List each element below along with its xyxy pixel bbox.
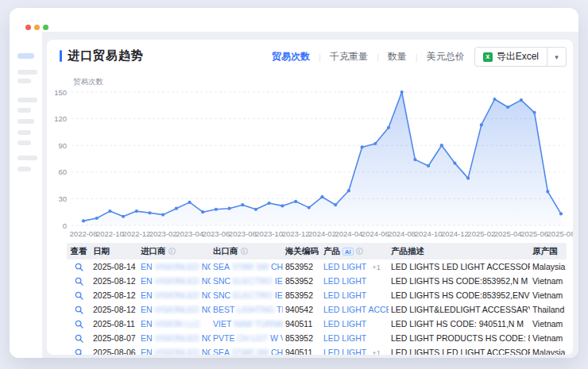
svg-text:2024-02: 2024-02: [308, 229, 336, 238]
date-cell: 2025-08-12: [91, 305, 138, 314]
svg-text:30: 30: [58, 194, 67, 203]
exporter-link[interactable]: SNC ELECTROIET...: [211, 276, 283, 286]
origin-country-cell: Thailand: [530, 305, 567, 314]
date-cell: 2025-08-11: [91, 319, 138, 329]
svg-text:2025-02: 2025-02: [467, 229, 495, 238]
column-header: 产品AIi: [321, 246, 389, 257]
sidebar-item-placeholder[interactable]: [17, 140, 31, 145]
info-icon[interactable]: i: [168, 248, 176, 255]
sidebar-item-placeholder[interactable]: [17, 119, 34, 124]
svg-text:2022-10: 2022-10: [96, 229, 124, 238]
date-cell: 2025-08-14: [91, 262, 138, 271]
view-record-button[interactable]: [67, 348, 91, 356]
table-row[interactable]: 2025-08-14ENVISIONLEDNG L...SEA STAR SMC…: [67, 259, 567, 274]
view-record-button[interactable]: [67, 334, 91, 343]
importer-link[interactable]: ENVISION LLC: [138, 319, 211, 329]
exporter-link[interactable]: SNC ELECTROIET...: [211, 290, 283, 300]
exporter-link[interactable]: VIET NAM TURNKE: [211, 319, 283, 329]
magnifier-icon[interactable]: [75, 348, 83, 356]
table-header-row: 查看日期进口商i出口商i海关编码产品AIi产品描述原产国: [67, 243, 567, 259]
origin-country-cell: Vietnam: [530, 319, 567, 329]
trend-area-chart[interactable]: 03060901201502022-082022-102022-122023-0…: [47, 86, 573, 243]
table-row[interactable]: 2025-08-12ENVISIONLEDNG L...BESTLIGHTNG …: [67, 302, 567, 317]
main-content: 进口贸易趋势 贸易次数|千克重量|数量|美元总价 导出Excel ▾: [42, 32, 578, 358]
description-cell: LED LIGHT HS CODE: 940511,N M: [389, 319, 530, 329]
sidebar-item-placeholder[interactable]: [17, 108, 31, 113]
magnifier-icon[interactable]: [75, 277, 83, 286]
sidebar-item-placeholder[interactable]: [17, 156, 37, 160]
info-icon[interactable]: i: [356, 248, 363, 255]
window-titlebar: [10, 8, 578, 32]
product-link[interactable]: LED LIGHT: [321, 276, 389, 286]
exporter-link[interactable]: BESTLIGHTNG THA...: [211, 305, 283, 314]
maximize-window-icon[interactable]: [43, 25, 48, 30]
table-row[interactable]: 2025-08-06ENVISIONLEDNG L...SEA STAR SMC…: [67, 345, 567, 355]
date-cell: 2025-08-07: [91, 333, 138, 343]
importer-link[interactable]: ENVISIONLEDNG L...: [138, 290, 211, 300]
description-cell: LED LIGHT PRODUCTS HS CODE: 853952,NUWAT…: [389, 333, 530, 343]
sidebar-item-placeholder[interactable]: [17, 98, 37, 102]
description-cell: LED LIGHTS LED LIGHT ACCESSORIES,ENVISIO…: [389, 262, 530, 271]
column-header: 海关编码: [283, 246, 321, 257]
sidebar: [10, 32, 42, 358]
svg-text:90: 90: [58, 141, 67, 150]
product-link[interactable]: LED LIGHT: [321, 290, 389, 300]
product-link[interactable]: LED LIGHT+1: [321, 348, 389, 355]
sidebar-item-placeholder[interactable]: [17, 167, 31, 171]
view-record-button[interactable]: [67, 306, 91, 314]
table-row[interactable]: 2025-08-07ENVISIONLEDNG L...PVTECH LGT W…: [67, 331, 567, 345]
table-row[interactable]: 2025-08-12ENVISIONLEDNG L...SNC ELECTROI…: [67, 274, 567, 288]
sidebar-item-active[interactable]: [17, 53, 34, 59]
info-icon[interactable]: i: [241, 248, 248, 255]
origin-country-cell: Malaysia: [530, 262, 567, 271]
svg-text:2023-06: 2023-06: [202, 229, 230, 238]
product-link[interactable]: LED LIGHT+1: [321, 262, 389, 271]
sidebar-item-placeholder[interactable]: [17, 130, 31, 135]
sidebar-item-placeholder[interactable]: [17, 79, 31, 83]
tab-1[interactable]: 贸易次数: [270, 50, 311, 63]
exporter-link[interactable]: PVTECH LGT W VI...: [211, 333, 283, 343]
magnifier-icon[interactable]: [75, 320, 83, 329]
importer-link[interactable]: ENVISIONLEDNG L...: [138, 333, 211, 343]
tab-3[interactable]: 数量: [386, 50, 408, 63]
export-excel-label: 导出Excel: [497, 50, 539, 63]
exporter-link[interactable]: SEA STAR SMCH ...: [211, 348, 283, 355]
magnifier-icon[interactable]: [75, 291, 83, 300]
magnifier-icon[interactable]: [75, 306, 83, 314]
minimize-window-icon[interactable]: [34, 25, 40, 30]
description-cell: LED LIGHTS LED LIGHT ACCESSORIES THIS SH…: [389, 348, 530, 355]
svg-text:2023-10: 2023-10: [255, 229, 283, 238]
tab-2[interactable]: 千克重量: [328, 50, 369, 63]
hs-code-cell: 940511: [283, 319, 321, 329]
view-record-button[interactable]: [67, 291, 91, 300]
view-record-button[interactable]: [67, 320, 91, 329]
importer-link[interactable]: ENVISIONLEDNG L...: [138, 305, 211, 314]
description-cell: LED LIGHTS HS CODE:853952,ENVISIONLED: [389, 290, 530, 300]
sidebar-item-placeholder[interactable]: [17, 70, 37, 75]
magnifier-icon[interactable]: [75, 334, 83, 343]
title-accent-bar: [60, 50, 62, 62]
table-row[interactable]: 2025-08-11ENVISION LLCVIET NAM TURNKE940…: [67, 317, 567, 331]
product-link[interactable]: LED LIGHT: [321, 333, 389, 343]
hs-code-cell: 940511: [283, 348, 321, 355]
view-record-button[interactable]: [67, 277, 91, 286]
extra-count: +1: [372, 263, 381, 271]
view-record-button[interactable]: [67, 263, 91, 271]
extra-count: +1: [372, 348, 381, 356]
svg-text:2023-12: 2023-12: [282, 229, 310, 238]
product-link[interactable]: LED LIGHT ACCESSORY: [321, 305, 389, 314]
close-window-icon[interactable]: [25, 25, 31, 30]
importer-link[interactable]: ENVISIONLEDNG L...: [138, 276, 211, 286]
importer-link[interactable]: ENVISIONLEDNG L...: [138, 348, 211, 355]
trend-card: 进口贸易趋势 贸易次数|千克重量|数量|美元总价 导出Excel ▾: [47, 40, 573, 355]
column-header: 原产国: [530, 246, 567, 257]
table-row[interactable]: 2025-08-12ENVISIONLEDNG L...SNC ELECTROI…: [67, 288, 567, 302]
tab-4[interactable]: 美元总价: [425, 50, 466, 63]
importer-link[interactable]: ENVISIONLEDNG L...: [138, 262, 211, 271]
exporter-link[interactable]: SEA STAR SMCH ...: [211, 262, 283, 271]
hs-code-cell: 940542: [283, 305, 321, 314]
magnifier-icon[interactable]: [75, 263, 83, 271]
product-link[interactable]: LED LIGHT: [321, 319, 389, 329]
export-dropdown-button[interactable]: ▾: [547, 47, 567, 67]
export-excel-button[interactable]: 导出Excel: [474, 47, 547, 67]
